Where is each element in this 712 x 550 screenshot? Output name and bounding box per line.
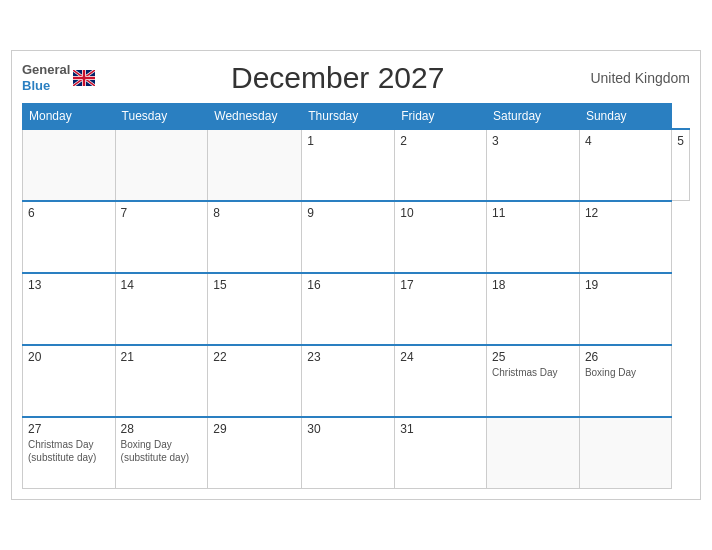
day-number: 23 bbox=[307, 350, 389, 364]
day-number: 1 bbox=[307, 134, 389, 148]
logo-flag-icon bbox=[73, 70, 95, 86]
day-number: 19 bbox=[585, 278, 666, 292]
day-number: 14 bbox=[121, 278, 203, 292]
calendar-cell: 27Christmas Day(substitute day) bbox=[23, 417, 116, 489]
calendar-cell: 20 bbox=[23, 345, 116, 417]
header-friday: Friday bbox=[395, 103, 487, 129]
holiday-name: Christmas Day(substitute day) bbox=[28, 438, 110, 464]
holiday-name: Christmas Day bbox=[492, 366, 574, 379]
day-number: 4 bbox=[585, 134, 666, 148]
calendar-cell bbox=[579, 417, 671, 489]
calendar-cell bbox=[23, 129, 116, 201]
logo: General Blue bbox=[22, 62, 95, 93]
calendar-cell: 30 bbox=[302, 417, 395, 489]
calendar-cell: 9 bbox=[302, 201, 395, 273]
calendar-cell: 12 bbox=[579, 201, 671, 273]
holiday-name: Boxing Day(substitute day) bbox=[121, 438, 203, 464]
day-number: 8 bbox=[213, 206, 296, 220]
calendar-week-row: 202122232425Christmas Day26Boxing Day bbox=[23, 345, 690, 417]
header-thursday: Thursday bbox=[302, 103, 395, 129]
day-number: 30 bbox=[307, 422, 389, 436]
calendar-cell: 14 bbox=[115, 273, 208, 345]
day-number: 5 bbox=[677, 134, 684, 148]
calendar-cell: 25Christmas Day bbox=[487, 345, 580, 417]
calendar-week-row: 6789101112 bbox=[23, 201, 690, 273]
calendar-cell: 13 bbox=[23, 273, 116, 345]
logo-general-text: General bbox=[22, 62, 70, 77]
calendar-cell: 3 bbox=[487, 129, 580, 201]
header-tuesday: Tuesday bbox=[115, 103, 208, 129]
day-number: 26 bbox=[585, 350, 666, 364]
calendar-cell bbox=[208, 129, 302, 201]
day-number: 7 bbox=[121, 206, 203, 220]
holiday-name: Boxing Day bbox=[585, 366, 666, 379]
day-number: 21 bbox=[121, 350, 203, 364]
calendar-week-row: 27Christmas Day(substitute day)28Boxing … bbox=[23, 417, 690, 489]
calendar-container: General Blue December 2027 United Kingdo… bbox=[11, 50, 701, 501]
calendar-cell: 23 bbox=[302, 345, 395, 417]
calendar-cell: 21 bbox=[115, 345, 208, 417]
weekday-header-row: Monday Tuesday Wednesday Thursday Friday… bbox=[23, 103, 690, 129]
day-number: 29 bbox=[213, 422, 296, 436]
day-number: 31 bbox=[400, 422, 481, 436]
day-number: 28 bbox=[121, 422, 203, 436]
day-number: 9 bbox=[307, 206, 389, 220]
calendar-title: December 2027 bbox=[95, 61, 580, 95]
calendar-cell: 7 bbox=[115, 201, 208, 273]
day-number: 15 bbox=[213, 278, 296, 292]
day-number: 6 bbox=[28, 206, 110, 220]
calendar-cell: 4 bbox=[579, 129, 671, 201]
calendar-cell bbox=[487, 417, 580, 489]
day-number: 11 bbox=[492, 206, 574, 220]
logo-blue-text: Blue bbox=[22, 78, 50, 93]
calendar-table: Monday Tuesday Wednesday Thursday Friday… bbox=[22, 103, 690, 490]
calendar-cell: 1 bbox=[302, 129, 395, 201]
day-number: 10 bbox=[400, 206, 481, 220]
day-number: 17 bbox=[400, 278, 481, 292]
day-number: 25 bbox=[492, 350, 574, 364]
day-number: 20 bbox=[28, 350, 110, 364]
calendar-cell: 8 bbox=[208, 201, 302, 273]
calendar-cell: 19 bbox=[579, 273, 671, 345]
calendar-cell: 5 bbox=[672, 129, 690, 201]
day-number: 27 bbox=[28, 422, 110, 436]
day-number: 3 bbox=[492, 134, 574, 148]
calendar-cell: 11 bbox=[487, 201, 580, 273]
calendar-cell: 17 bbox=[395, 273, 487, 345]
day-number: 12 bbox=[585, 206, 666, 220]
calendar-cell: 28Boxing Day(substitute day) bbox=[115, 417, 208, 489]
day-number: 18 bbox=[492, 278, 574, 292]
country-label: United Kingdom bbox=[580, 70, 690, 86]
header-monday: Monday bbox=[23, 103, 116, 129]
day-number: 2 bbox=[400, 134, 481, 148]
calendar-header: General Blue December 2027 United Kingdo… bbox=[22, 61, 690, 95]
header-wednesday: Wednesday bbox=[208, 103, 302, 129]
calendar-cell: 18 bbox=[487, 273, 580, 345]
calendar-cell: 24 bbox=[395, 345, 487, 417]
calendar-cell: 6 bbox=[23, 201, 116, 273]
day-number: 22 bbox=[213, 350, 296, 364]
calendar-cell bbox=[115, 129, 208, 201]
day-number: 16 bbox=[307, 278, 389, 292]
calendar-cell: 29 bbox=[208, 417, 302, 489]
header-saturday: Saturday bbox=[487, 103, 580, 129]
calendar-cell: 22 bbox=[208, 345, 302, 417]
header-sunday: Sunday bbox=[579, 103, 671, 129]
calendar-week-row: 12345 bbox=[23, 129, 690, 201]
calendar-week-row: 13141516171819 bbox=[23, 273, 690, 345]
calendar-cell: 15 bbox=[208, 273, 302, 345]
calendar-cell: 16 bbox=[302, 273, 395, 345]
calendar-cell: 2 bbox=[395, 129, 487, 201]
calendar-cell: 31 bbox=[395, 417, 487, 489]
calendar-cell: 10 bbox=[395, 201, 487, 273]
day-number: 24 bbox=[400, 350, 481, 364]
day-number: 13 bbox=[28, 278, 110, 292]
calendar-cell: 26Boxing Day bbox=[579, 345, 671, 417]
